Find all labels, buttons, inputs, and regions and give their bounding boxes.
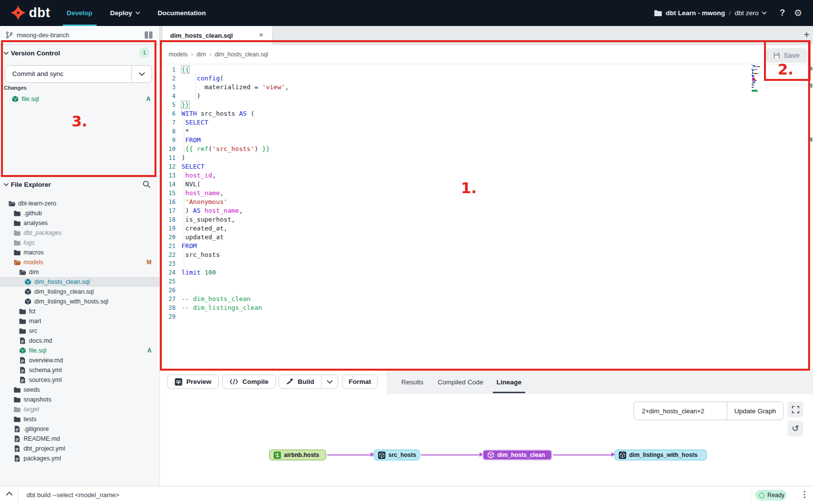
tree-item-README.md[interactable]: README.md <box>0 434 159 444</box>
project-selector[interactable]: dbt Learn - mwong <box>654 9 725 17</box>
code-line[interactable]: 5}} <box>160 101 813 109</box>
lineage-node-src_hosts[interactable]: src_hosts <box>374 450 420 460</box>
tree-item-fct[interactable]: fct <box>0 306 159 316</box>
tree-item-analyses[interactable]: analyses <box>0 218 159 228</box>
new-tab-button[interactable]: + <box>800 28 813 41</box>
tab-compiled-code[interactable]: Compiled Code <box>434 371 486 394</box>
tree-item-models[interactable]: modelsM <box>0 257 159 267</box>
code-line[interactable]: 20 updated_at <box>160 233 813 242</box>
preview-button[interactable]: Preview <box>167 375 219 389</box>
help-icon[interactable]: ? <box>780 8 785 18</box>
nav-item-documentation[interactable]: Documentation <box>149 0 215 26</box>
tree-item-dbt-learn-zero[interactable]: dbt-learn-zero <box>0 199 159 208</box>
tree-item-seeds[interactable]: seeds <box>0 385 159 395</box>
compile-button[interactable]: Compile <box>222 375 276 389</box>
code-line[interactable]: 7 SELECT <box>160 118 813 127</box>
code-line[interactable]: 14 NVL( <box>160 180 813 189</box>
tree-item-src[interactable]: src <box>0 326 159 336</box>
tab-dim-hosts-clean[interactable]: dim_hosts_clean.sql × <box>162 26 273 45</box>
tree-item-tests[interactable]: tests <box>0 414 159 424</box>
tree-item-macros[interactable]: macros <box>0 248 159 257</box>
code-line[interactable]: 1{{ <box>160 65 813 74</box>
lineage-selector-input[interactable]: 2+dim_hosts_clean+2 <box>634 402 727 420</box>
code-line[interactable]: 13 host_id, <box>160 171 813 180</box>
build-options-dropdown[interactable] <box>321 375 338 388</box>
tree-item-target[interactable]: target <box>0 404 159 414</box>
commit-options-dropdown[interactable] <box>131 66 152 82</box>
code-line[interactable]: 17 ) AS host_name, <box>160 206 813 215</box>
breadcrumb-item[interactable]: dim_hosts_clean.sql <box>215 51 268 58</box>
format-button[interactable]: Format <box>342 375 378 389</box>
code-line[interactable]: 4 ) <box>160 92 813 101</box>
code-line[interactable]: 3 materialized = 'view', <box>160 83 813 92</box>
nav-item-develop[interactable]: Develop <box>58 0 102 26</box>
update-graph-button[interactable]: Update Graph <box>727 402 783 420</box>
version-control-header[interactable]: Version Control 1 <box>0 47 159 60</box>
code-line[interactable]: 10 {{ ref('src_hosts') }} <box>160 145 813 153</box>
code-line[interactable]: 19 created_at, <box>160 224 813 233</box>
kebab-menu-icon[interactable]: ⋮ <box>800 489 809 500</box>
code-line[interactable]: 6WITH src_hosts AS ( <box>160 109 813 118</box>
changed-file-row[interactable]: file.sql A <box>0 94 159 104</box>
tree-item-.gitignore[interactable]: .gitignore <box>0 424 159 434</box>
tree-item-schema.yml[interactable]: schema.yml <box>0 365 159 375</box>
minimap[interactable] <box>752 64 766 94</box>
tree-item-sources.yml[interactable]: sources.yml <box>0 375 159 385</box>
code-line[interactable]: 22 src_hosts <box>160 251 813 259</box>
settings-gear-icon[interactable]: ⚙ <box>794 7 802 19</box>
tree-item-dim_listings_clean.sql[interactable]: dim_listings_clean.sql <box>0 287 159 297</box>
code-line[interactable]: 9 FROM <box>160 136 813 145</box>
tree-item-file.sql[interactable]: file.sqlA <box>0 346 159 355</box>
environment-selector[interactable]: dbt zero <box>735 9 767 17</box>
lineage-node-dim_hosts_clean[interactable]: dim_hosts_clean <box>483 450 552 460</box>
tree-item-dim_listings_with_hosts.sql[interactable]: dim_listings_with_hosts.sql <box>0 297 159 306</box>
breadcrumb-item[interactable]: models <box>169 51 188 58</box>
lineage-node-dim_listings_with_hosts[interactable]: dim_listings_with_hosts <box>614 450 707 460</box>
tab-close-icon[interactable]: × <box>259 30 263 39</box>
code-line[interactable]: 23 <box>160 259 813 268</box>
tree-item-snapshots[interactable]: snapshots <box>0 395 159 404</box>
chevron-up-icon[interactable] <box>6 491 13 496</box>
build-button[interactable]: Build <box>279 375 321 388</box>
code-text: host_id, <box>181 171 216 180</box>
code-line[interactable]: 27-- dim_hosts_clean <box>160 295 813 303</box>
code-line[interactable]: 15 host_name, <box>160 189 813 198</box>
split-view-icon[interactable] <box>145 31 152 39</box>
file-explorer-header[interactable]: File Explorer <box>0 176 159 193</box>
code-line[interactable]: 16 'Anonymous' <box>160 198 813 206</box>
code-line[interactable]: 26 <box>160 286 813 295</box>
code-line[interactable]: 29 <box>160 312 813 321</box>
tree-item-dbt_project.yml[interactable]: dbt_project.yml <box>0 444 159 454</box>
code-line[interactable]: 18 is_superhost, <box>160 215 813 224</box>
reset-view-button[interactable]: ↺ <box>788 421 803 436</box>
breadcrumb-item[interactable]: dim <box>197 51 206 58</box>
tree-item-.github[interactable]: .github <box>0 208 159 218</box>
code-line[interactable]: 8 * <box>160 127 813 136</box>
code-text: -- dim_listings_clean <box>181 303 262 312</box>
lineage-node-airbnb.hosts[interactable]: airbnb.hosts <box>269 450 326 460</box>
search-icon[interactable] <box>143 180 151 188</box>
code-line[interactable]: 11) <box>160 153 813 162</box>
fullscreen-button[interactable] <box>788 402 803 417</box>
code-line[interactable]: 12SELECT <box>160 162 813 171</box>
nav-item-deploy[interactable]: Deploy <box>102 0 149 26</box>
tree-item-dim[interactable]: dim <box>0 267 159 277</box>
code-line[interactable]: 21FROM <box>160 242 813 251</box>
dbt-logo[interactable]: dbt <box>11 5 50 20</box>
code-line[interactable]: 28-- dim_listings_clean <box>160 303 813 312</box>
tree-item-packages.yml[interactable]: packages.yml <box>0 454 159 463</box>
tree-item-mart[interactable]: mart <box>0 316 159 326</box>
tree-item-overview.md[interactable]: overview.md <box>0 355 159 365</box>
tree-item-docs.md[interactable]: docs.md <box>0 336 159 346</box>
tab-lineage[interactable]: Lineage <box>493 371 525 394</box>
command-input[interactable]: dbt build --select <model_name> <box>26 491 119 499</box>
code-line[interactable]: 25 <box>160 277 813 286</box>
tree-item-dbt_packages[interactable]: dbt_packages <box>0 228 159 238</box>
code-line[interactable]: 2 config( <box>160 74 813 83</box>
tree-item-logs[interactable]: logs <box>0 238 159 248</box>
code-line[interactable]: 24limit 100 <box>160 268 813 277</box>
save-button[interactable]: Save <box>766 48 807 63</box>
commit-and-sync-button[interactable]: Commit and sync <box>5 65 152 83</box>
tab-results[interactable]: Results <box>392 371 432 394</box>
tree-item-dim_hosts_clean.sql[interactable]: dim_hosts_clean.sql <box>0 277 159 287</box>
